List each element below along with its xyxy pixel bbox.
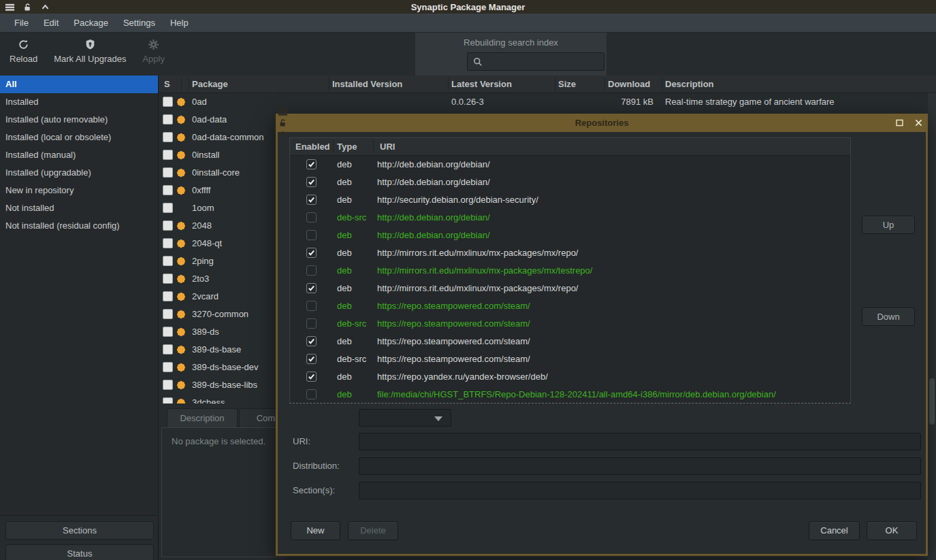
column-header-s[interactable]: S (164, 76, 170, 93)
menu-file[interactable]: File (7, 14, 36, 33)
tab-description[interactable]: Description (167, 408, 238, 427)
repository-row[interactable]: deb-src https://repo.steampowered.com/st… (290, 350, 850, 368)
up-button[interactable]: Up (862, 216, 915, 234)
main-titlebar[interactable]: Synaptic Package Manager (0, 0, 936, 14)
repository-enabled-checkbox[interactable] (306, 372, 317, 382)
repository-row[interactable]: deb file:/media/chi/HGST_BTRFS/Repo-Debi… (290, 386, 850, 403)
sidebar-filter-item[interactable]: Not installed (residual config) (0, 217, 158, 235)
scrollbar-thumb[interactable] (929, 378, 935, 425)
ok-button[interactable]: OK (867, 521, 917, 540)
dialog-titlebar[interactable]: Repositories (276, 114, 928, 132)
package-list-scrollbar[interactable] (928, 93, 936, 560)
repository-row[interactable]: deb-src http://deb.debian.org/debian/ (290, 209, 850, 227)
maximize-icon[interactable] (894, 118, 905, 129)
uri-field[interactable] (359, 433, 921, 450)
menu-help[interactable]: Help (163, 14, 196, 33)
distribution-field[interactable] (359, 457, 921, 475)
repository-enabled-checkbox[interactable] (306, 265, 317, 276)
column-header-size[interactable]: Size (558, 76, 576, 93)
package-select-checkbox[interactable] (163, 327, 173, 337)
repository-row[interactable]: deb-src https://repo.steampowered.com/st… (290, 315, 850, 333)
column-header-description[interactable]: Description (665, 76, 714, 93)
column-header-package[interactable]: Package (192, 76, 228, 93)
apply-button[interactable]: Apply (134, 33, 173, 64)
menu-package[interactable]: Package (66, 14, 116, 33)
supported-package-icon (176, 274, 187, 284)
package-select-checkbox[interactable] (163, 167, 173, 178)
repository-enabled-checkbox[interactable] (306, 212, 317, 223)
package-select-checkbox[interactable] (163, 97, 173, 107)
package-select-checkbox[interactable] (163, 220, 173, 231)
package-select-checkbox[interactable] (163, 132, 173, 142)
repository-enabled-checkbox[interactable] (306, 159, 317, 169)
package-select-checkbox[interactable] (163, 397, 173, 403)
repository-row[interactable]: deb http://deb.debian.org/debian/ (290, 156, 850, 174)
search-box[interactable] (467, 52, 604, 71)
package-select-checkbox[interactable] (163, 238, 173, 248)
sidebar-filter-item[interactable]: All (0, 76, 158, 93)
repository-row[interactable]: deb https://repo.steampowered.com/steam/ (290, 333, 850, 350)
sidebar-filter-item[interactable]: New in repository (0, 182, 158, 199)
sidebar-filter-item[interactable]: Installed (upgradable) (0, 164, 158, 182)
sidebar-filter-item[interactable]: Installed (0, 93, 158, 111)
repository-enabled-checkbox[interactable] (306, 248, 317, 258)
package-select-checkbox[interactable] (163, 114, 173, 125)
package-select-checkbox[interactable] (163, 309, 173, 319)
mark-all-upgrades-button[interactable]: Mark All Upgrades (46, 33, 134, 64)
column-header-enabled[interactable]: Enabled (295, 138, 330, 156)
column-header-download[interactable]: Download (608, 76, 650, 93)
repository-row[interactable]: deb http://security.debian.org/debian-se… (290, 191, 850, 209)
repository-enabled-checkbox[interactable] (306, 283, 317, 293)
repository-enabled-checkbox[interactable] (306, 301, 317, 311)
package-select-checkbox[interactable] (163, 291, 173, 301)
repository-enabled-checkbox[interactable] (306, 354, 317, 364)
sidebar-filter-item[interactable]: Not installed (0, 199, 158, 217)
package-select-checkbox[interactable] (163, 380, 173, 390)
down-button[interactable]: Down (862, 308, 915, 326)
repository-row[interactable]: deb http://mirrors.rit.edu/mxlinux/mx-pa… (290, 244, 850, 262)
vendor-combobox[interactable] (359, 409, 451, 427)
repository-row[interactable]: deb http://mirrors.rit.edu/mxlinux/mx-pa… (290, 280, 850, 297)
package-select-checkbox[interactable] (163, 203, 173, 213)
delete-button[interactable]: Delete (348, 521, 398, 540)
sections-button[interactable]: Sections (5, 521, 154, 540)
menu-settings[interactable]: Settings (116, 14, 163, 33)
column-header-installed-version[interactable]: Installed Version (332, 76, 402, 93)
column-header-type[interactable]: Type (337, 138, 357, 156)
chevron-down-icon (434, 416, 442, 421)
repository-row[interactable]: deb http://deb.debian.org/debian/ (290, 227, 850, 244)
repository-row[interactable]: deb http://deb.debian.org/debian/ (290, 174, 850, 191)
column-header-uri[interactable]: URI (380, 138, 395, 156)
status-button[interactable]: Status (5, 544, 154, 560)
package-select-checkbox[interactable] (163, 185, 173, 195)
reload-button[interactable]: Reload (1, 33, 46, 64)
sections-field[interactable] (359, 482, 921, 499)
repository-enabled-checkbox[interactable] (306, 195, 317, 205)
package-select-checkbox[interactable] (163, 150, 173, 160)
cancel-button[interactable]: Cancel (809, 521, 860, 540)
dialog-menu-icon[interactable] (276, 107, 289, 118)
sidebar-filter-item[interactable]: Installed (manual) (0, 146, 158, 164)
menu-edit[interactable]: Edit (36, 14, 66, 33)
repository-row[interactable]: deb https://repo.steampowered.com/steam/ (290, 297, 850, 315)
sidebar-filter-item[interactable]: Installed (auto removable) (0, 111, 158, 129)
repository-enabled-checkbox[interactable] (306, 318, 317, 329)
repository-row[interactable]: deb https://repo.yandex.ru/yandex-browse… (290, 368, 850, 386)
repository-row[interactable]: deb http://mirrors.rit.edu/mxlinux/mx-pa… (290, 262, 850, 280)
package-name: 2to3 (192, 270, 209, 288)
dialog-caret-up-icon[interactable] (276, 129, 289, 139)
search-input[interactable] (483, 56, 604, 67)
sidebar-filter-item[interactable]: Installed (local or obsolete) (0, 129, 158, 146)
repository-type: deb (337, 227, 375, 244)
close-icon[interactable] (913, 118, 924, 129)
package-select-checkbox[interactable] (163, 256, 173, 266)
repository-enabled-checkbox[interactable] (306, 336, 317, 346)
package-select-checkbox[interactable] (163, 344, 173, 355)
package-select-checkbox[interactable] (163, 274, 173, 284)
repository-enabled-checkbox[interactable] (306, 389, 317, 399)
column-header-latest-version[interactable]: Latest Version (451, 76, 512, 93)
package-select-checkbox[interactable] (163, 362, 173, 372)
repository-enabled-checkbox[interactable] (306, 230, 317, 240)
repository-enabled-checkbox[interactable] (306, 177, 317, 187)
new-button[interactable]: New (291, 521, 340, 540)
